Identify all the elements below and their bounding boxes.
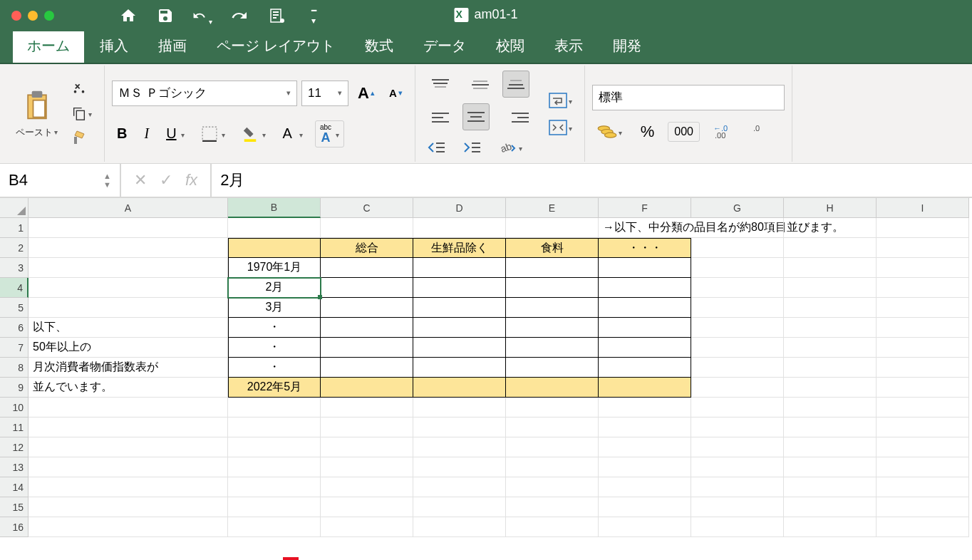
cell[interactable] xyxy=(784,437,877,457)
decrease-decimal-button[interactable]: .0 xyxy=(748,122,767,142)
fx-icon[interactable]: fx xyxy=(185,171,197,190)
cell[interactable] xyxy=(506,318,599,338)
cell[interactable] xyxy=(29,298,228,318)
cell[interactable] xyxy=(506,278,599,298)
italic-button[interactable]: I xyxy=(139,123,154,144)
row-header[interactable]: 10 xyxy=(0,398,29,418)
cell[interactable] xyxy=(784,298,877,318)
number-format-select[interactable]: 標準 xyxy=(592,85,785,110)
align-right-button[interactable] xyxy=(502,103,538,132)
align-left-button[interactable] xyxy=(423,103,458,132)
cell[interactable] xyxy=(877,517,969,537)
cell[interactable] xyxy=(599,338,691,358)
cell[interactable] xyxy=(877,258,969,278)
cell[interactable] xyxy=(691,298,784,318)
cell[interactable] xyxy=(599,418,691,437)
cell[interactable] xyxy=(877,318,969,338)
cell[interactable] xyxy=(321,338,413,358)
cell[interactable] xyxy=(413,338,506,358)
row-header[interactable]: 14 xyxy=(0,477,29,497)
cut-button[interactable] xyxy=(66,79,97,99)
row-header[interactable]: 12 xyxy=(0,437,29,457)
cell[interactable] xyxy=(784,497,877,517)
comma-button[interactable]: 000 xyxy=(668,122,700,142)
col-header[interactable]: F xyxy=(599,198,691,218)
cell[interactable] xyxy=(691,338,784,358)
row-header[interactable]: 15 xyxy=(0,497,29,517)
phonetic-button[interactable]: abcA xyxy=(315,120,344,147)
cell[interactable] xyxy=(506,418,599,437)
cell[interactable] xyxy=(413,437,506,457)
row-header[interactable]: 13 xyxy=(0,457,29,477)
row-header[interactable]: 4 xyxy=(0,278,29,298)
cell[interactable] xyxy=(506,218,599,238)
cell[interactable] xyxy=(413,258,506,278)
cell[interactable] xyxy=(413,378,506,398)
cell[interactable] xyxy=(877,477,969,497)
cell[interactable] xyxy=(877,298,969,318)
cell[interactable] xyxy=(784,358,877,378)
cell[interactable] xyxy=(228,457,321,477)
cell[interactable] xyxy=(506,457,599,477)
cell[interactable] xyxy=(321,258,413,278)
cell[interactable] xyxy=(506,378,599,398)
cell[interactable] xyxy=(321,218,413,238)
cell[interactable] xyxy=(506,358,599,378)
cell[interactable] xyxy=(506,497,599,517)
cell[interactable] xyxy=(29,437,228,457)
tab-home[interactable]: ホーム xyxy=(13,29,84,63)
bold-button[interactable]: B xyxy=(112,123,132,144)
cell[interactable] xyxy=(691,398,784,418)
cell[interactable] xyxy=(29,238,228,258)
cell[interactable] xyxy=(321,517,413,537)
tab-insert[interactable]: 挿入 xyxy=(86,29,143,63)
formula-input[interactable]: 2月 xyxy=(210,164,972,197)
cell[interactable] xyxy=(784,398,877,418)
cell[interactable] xyxy=(29,398,228,418)
percent-button[interactable]: % xyxy=(636,120,660,143)
row-header[interactable]: 16 xyxy=(0,517,29,537)
decrease-indent-button[interactable] xyxy=(423,138,451,157)
cell[interactable] xyxy=(29,258,228,278)
cell[interactable] xyxy=(599,298,691,318)
col-header[interactable]: E xyxy=(506,198,599,218)
border-button[interactable] xyxy=(197,124,230,144)
cell[interactable] xyxy=(413,298,506,318)
undo-icon[interactable]: ▾ xyxy=(192,6,212,26)
cell-selected[interactable]: 2月 xyxy=(228,278,321,298)
cell[interactable] xyxy=(228,218,321,238)
increase-decimal-button[interactable]: ←.0.00 xyxy=(708,122,740,142)
cell[interactable] xyxy=(784,418,877,437)
cell[interactable] xyxy=(29,517,228,537)
underline-button[interactable]: U xyxy=(161,123,189,144)
grow-font-button[interactable]: A▴ xyxy=(353,82,380,105)
cell[interactable] xyxy=(691,477,784,497)
window-minimize[interactable] xyxy=(28,11,38,21)
fill-color-button[interactable] xyxy=(237,124,271,144)
row-header[interactable]: 7 xyxy=(0,338,29,358)
cell[interactable] xyxy=(506,398,599,418)
cell[interactable]: 2022年5月 xyxy=(228,378,321,398)
window-close[interactable] xyxy=(11,11,21,21)
cell[interactable]: ・・・ xyxy=(599,238,691,258)
align-top-button[interactable] xyxy=(423,71,458,99)
cell[interactable] xyxy=(877,437,969,457)
col-header[interactable]: H xyxy=(784,198,877,218)
cell[interactable] xyxy=(599,278,691,298)
cell[interactable] xyxy=(599,358,691,378)
cell[interactable] xyxy=(784,517,877,537)
col-header[interactable]: C xyxy=(321,198,413,218)
cell[interactable] xyxy=(321,477,413,497)
cell[interactable] xyxy=(413,358,506,378)
cell[interactable] xyxy=(321,358,413,378)
cell[interactable] xyxy=(877,238,969,258)
row-header[interactable]: 5 xyxy=(0,298,29,318)
cell[interactable] xyxy=(877,457,969,477)
cell[interactable] xyxy=(29,497,228,517)
cell[interactable] xyxy=(784,218,877,238)
cell[interactable] xyxy=(599,457,691,477)
col-header[interactable]: D xyxy=(413,198,506,218)
col-header[interactable]: B xyxy=(228,198,321,218)
cell[interactable] xyxy=(599,497,691,517)
cell[interactable] xyxy=(784,378,877,398)
